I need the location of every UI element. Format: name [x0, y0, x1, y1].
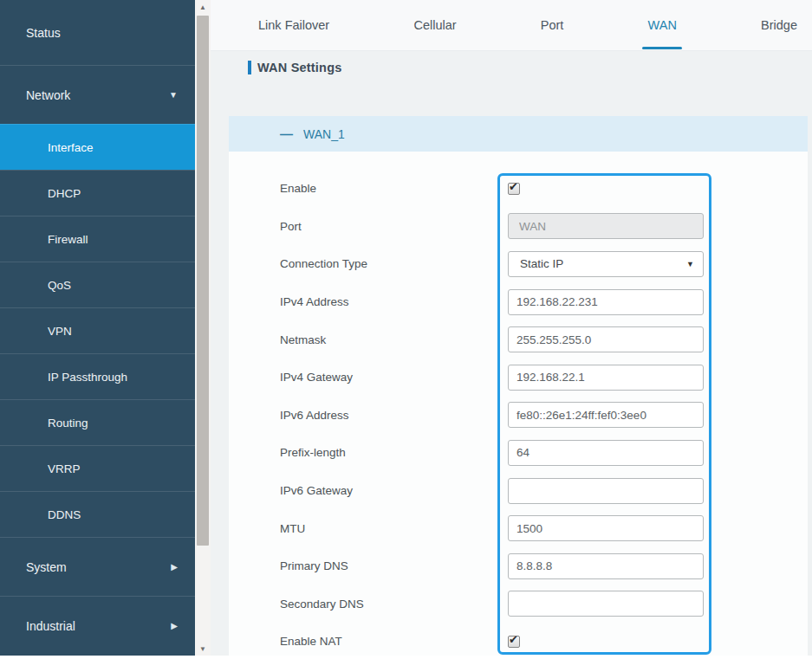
primary-dns-input[interactable]	[508, 553, 704, 579]
ipv4-address-input[interactable]	[508, 289, 704, 315]
ipv4-gateway-input[interactable]	[508, 365, 704, 391]
sidebar-item-label: IP Passthrough	[48, 371, 127, 384]
field-control	[497, 289, 711, 315]
field-row-port: Port	[229, 208, 808, 246]
title-accent-bar	[248, 61, 251, 74]
section-title: WAN Settings	[248, 61, 341, 74]
sidebar-item-routing[interactable]: Routing	[0, 399, 195, 445]
scroll-up-icon[interactable]: ▲	[195, 0, 211, 14]
tab-bridge[interactable]: Bridge	[761, 0, 797, 50]
field-label: Enable	[229, 182, 497, 195]
field-control	[497, 478, 711, 504]
sidebar-item-vrrp[interactable]: VRRP	[0, 445, 195, 491]
field-label: Connection Type	[229, 257, 497, 270]
sidebar-item-label: Routing	[48, 417, 88, 430]
sidebar-item-vpn[interactable]: VPN	[0, 307, 195, 353]
field-control: ✔	[497, 183, 711, 195]
bottom-gutter	[0, 656, 812, 672]
sidebar-item-ip-passthrough[interactable]: IP Passthrough	[0, 353, 195, 399]
ipv6-address-input[interactable]	[508, 402, 704, 428]
tab-port[interactable]: Port	[541, 0, 564, 50]
sidebar-item-qos[interactable]: QoS	[0, 262, 195, 307]
sidebar-item-ddns[interactable]: DDNS	[0, 491, 195, 537]
field-row-primary-dns: Primary DNS	[229, 547, 808, 585]
sidebar-item-firewall[interactable]: Firewall	[0, 216, 195, 262]
field-row-ipv6-gateway: IPv6 Gateway	[229, 472, 808, 510]
sidebar-item-label: Interface	[48, 141, 94, 154]
ipv6-gateway-input[interactable]	[508, 478, 704, 504]
chevron-right-icon: ▶	[171, 562, 178, 572]
tab-wan[interactable]: WAN	[648, 0, 677, 50]
field-control	[497, 365, 711, 391]
field-label: Port	[229, 220, 497, 233]
tab-link-failover[interactable]: Link Failover	[258, 0, 329, 50]
field-row-prefix-length: Prefix-length	[229, 434, 808, 472]
field-label: IPv4 Address	[229, 295, 497, 308]
mtu-input[interactable]	[508, 515, 704, 541]
wan1-section-header[interactable]: — WAN_1	[229, 116, 808, 152]
sidebar-item-network[interactable]: Network▼	[0, 65, 195, 124]
tab-cellular[interactable]: Cellular	[413, 0, 456, 50]
sidebar-item-system[interactable]: System▶	[0, 537, 195, 596]
wan1-section-title: WAN_1	[303, 127, 345, 141]
field-row-secondary-dns: Secondary DNS	[229, 585, 808, 624]
field-row-mtu: MTU	[229, 509, 808, 547]
main-content: Link FailoverCellularPortWANBridge WAN S…	[211, 0, 812, 656]
sidebar-nav: StatusNetwork▼InterfaceDHCPFirewallQoSVP…	[0, 0, 195, 656]
connection-type-select[interactable]: Static IP▼	[508, 251, 704, 277]
field-control	[497, 213, 711, 239]
sidebar-item-label: Network	[26, 88, 70, 102]
collapse-icon[interactable]: —	[280, 127, 293, 140]
form-rows: Enable✔PortConnection TypeStatic IP▼IPv4…	[229, 170, 808, 661]
field-label: IPv6 Gateway	[229, 484, 497, 497]
field-label: Prefix-length	[229, 446, 497, 459]
field-control	[497, 591, 711, 617]
enable-nat-checkbox[interactable]: ✔	[508, 636, 520, 648]
field-row-enable: Enable✔	[229, 170, 808, 208]
sidebar-scrollbar: ▲ ▼	[195, 0, 211, 656]
port-input	[508, 213, 704, 239]
field-label: Primary DNS	[229, 559, 497, 572]
sidebar-item-status[interactable]: Status	[0, 0, 195, 65]
field-row-ipv4-gateway: IPv4 Gateway	[229, 359, 808, 397]
field-row-connection-type: Connection TypeStatic IP▼	[229, 245, 808, 283]
page-title: WAN Settings	[257, 61, 341, 74]
scroll-down-icon[interactable]: ▼	[195, 642, 211, 656]
sidebar-item-label: Industrial	[26, 619, 75, 633]
netmask-input[interactable]	[508, 326, 704, 352]
sidebar-item-label: VPN	[48, 325, 72, 338]
router-admin-screen: StatusNetwork▼InterfaceDHCPFirewallQoSVP…	[0, 0, 812, 672]
sidebar-item-label: DDNS	[48, 508, 81, 521]
field-control: Static IP▼	[497, 251, 711, 277]
sidebar-item-label: System	[26, 560, 67, 574]
chevron-down-icon: ▼	[169, 90, 178, 100]
prefix-length-input[interactable]	[508, 440, 704, 466]
sidebar-item-label: QoS	[48, 279, 71, 292]
secondary-dns-input[interactable]	[508, 591, 704, 617]
field-row-netmask: Netmask	[229, 320, 808, 359]
sidebar-item-label: VRRP	[48, 462, 81, 475]
sidebar-item-interface[interactable]: Interface	[0, 124, 195, 170]
chevron-right-icon: ▶	[171, 621, 178, 630]
enable-checkbox[interactable]: ✔	[508, 183, 520, 195]
sidebar-item-label: Firewall	[48, 233, 88, 246]
sidebar-item-dhcp[interactable]: DHCP	[0, 170, 195, 216]
field-label: Enable NAT	[229, 635, 497, 648]
tab-bar: Link FailoverCellularPortWANBridge	[211, 0, 812, 51]
field-label: Netmask	[229, 333, 497, 346]
dropdown-arrow-icon: ▼	[686, 260, 694, 268]
sidebar-item-label: Status	[26, 26, 61, 40]
wan1-settings-panel: Enable✔PortConnection TypeStatic IP▼IPv4…	[229, 152, 808, 656]
field-row-ipv6-address: IPv6 Address	[229, 397, 808, 435]
checkmark-icon: ✔	[509, 180, 518, 193]
sidebar-item-label: DHCP	[48, 187, 81, 200]
field-label: Secondary DNS	[229, 598, 497, 611]
tab-list: Link FailoverCellularPortWANBridge	[258, 0, 797, 50]
checkmark-icon: ✔	[509, 633, 518, 646]
field-control	[497, 553, 711, 579]
scrollbar-thumb[interactable]	[197, 16, 209, 546]
sidebar-item-industrial[interactable]: Industrial▶	[0, 596, 195, 655]
field-label: MTU	[229, 522, 497, 535]
field-control	[497, 326, 711, 352]
field-control	[497, 402, 711, 428]
